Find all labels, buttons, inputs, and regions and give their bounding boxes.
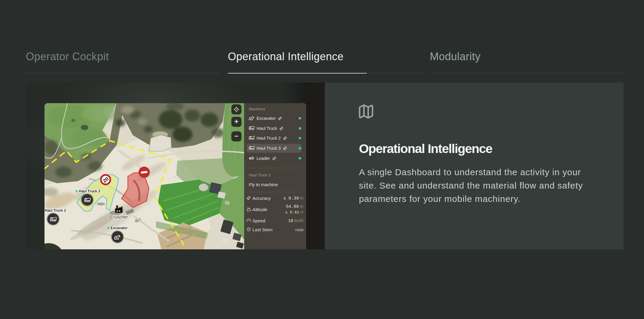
svg-text:Haul Truck 3: Haul Truck 3: [79, 189, 100, 193]
svg-text:Haul Truck 2: Haul Truck 2: [45, 208, 66, 213]
svg-text:Excavator: Excavator: [111, 226, 128, 230]
svg-text:Cruscher: Cruscher: [110, 214, 128, 219]
